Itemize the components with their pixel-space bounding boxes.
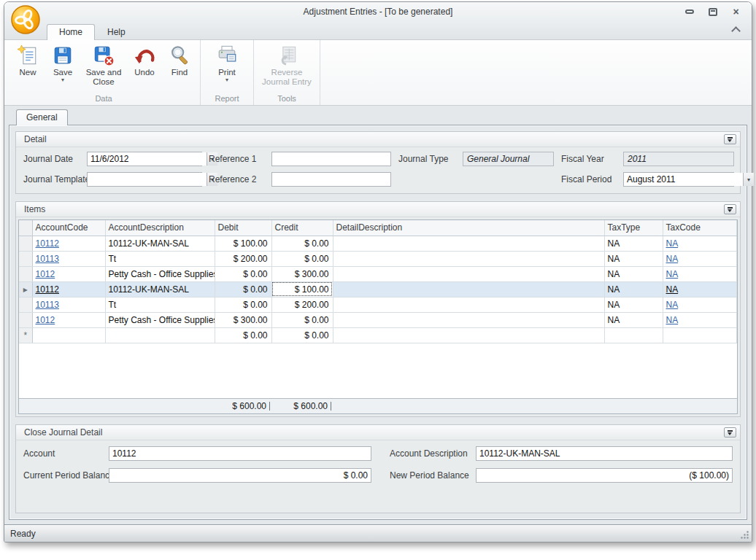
debit-cell[interactable]: $ 0.00 <box>215 281 271 297</box>
ribbon-tab-help[interactable]: Help <box>95 24 138 40</box>
credit-cell[interactable]: $ 0.00 <box>271 312 333 327</box>
tax-type-cell[interactable]: NA <box>604 281 663 297</box>
minimize-button[interactable] <box>684 7 695 16</box>
row-selector[interactable] <box>19 236 32 251</box>
current-row-marker-icon[interactable]: ▸ <box>19 281 32 297</box>
row-selector[interactable] <box>19 312 32 327</box>
col-header-accountcode[interactable]: AccountCode <box>32 220 105 236</box>
fiscal-period-dropdown-button[interactable]: ▾ <box>743 173 754 186</box>
account-description-cell[interactable]: Petty Cash - Office Supplies <box>105 312 215 327</box>
row-selector[interactable] <box>19 297 32 312</box>
print-button[interactable]: Print ▾ <box>204 43 250 84</box>
col-header-accountdescription[interactable]: AccountDescription <box>105 220 215 236</box>
close-button[interactable]: × <box>730 7 741 16</box>
account-description-input[interactable] <box>476 446 733 461</box>
restore-button[interactable] <box>707 7 718 16</box>
tax-type-cell[interactable]: NA <box>604 266 663 281</box>
tax-code-link[interactable]: NA <box>666 269 679 279</box>
journal-date-input[interactable] <box>88 152 207 166</box>
account-description-cell-empty[interactable] <box>105 327 215 343</box>
debit-cell[interactable]: $ 200.00 <box>215 251 271 266</box>
account-description-cell[interactable]: 10112-UK-MAN-SAL <box>105 236 215 251</box>
tax-code-link[interactable]: NA <box>666 300 679 310</box>
tax-type-cell[interactable]: NA <box>604 297 663 312</box>
account-description-cell[interactable]: Petty Cash - Office Supplies <box>105 266 215 281</box>
col-header-detaildescription[interactable]: DetailDescription <box>333 220 604 236</box>
debit-cell[interactable]: $ 100.00 <box>215 236 271 251</box>
table-row[interactable]: 10113 Tt $ 0.00 $ 200.00 NA NA <box>19 297 737 312</box>
detail-description-cell[interactable] <box>333 312 604 327</box>
table-row[interactable]: 10112 10112-UK-MAN-SAL $ 100.00 $ 0.00 N… <box>19 236 737 251</box>
row-selector[interactable] <box>19 266 32 281</box>
detail-description-cell[interactable] <box>333 297 604 312</box>
detail-description-cell[interactable] <box>333 251 604 266</box>
detail-collapse-button[interactable] <box>724 134 736 144</box>
resize-grip[interactable] <box>740 530 749 540</box>
account-code-cell-empty[interactable] <box>32 327 105 343</box>
save-dropdown-arrow-icon[interactable]: ▾ <box>61 78 64 82</box>
credit-cell[interactable]: $ 0.00 <box>271 251 333 266</box>
credit-cell[interactable]: $ 200.00 <box>271 297 333 312</box>
find-button[interactable]: Find <box>162 43 197 79</box>
tax-type-cell[interactable]: NA <box>604 236 663 251</box>
credit-cell[interactable]: $ 0.00 <box>271 236 333 251</box>
debit-cell[interactable]: $ 0.00 <box>215 327 271 343</box>
account-code-link[interactable]: 10112 <box>36 284 59 295</box>
debit-cell[interactable]: $ 0.00 <box>215 266 271 281</box>
reference2-input[interactable] <box>271 172 391 187</box>
col-header-taxcode[interactable]: TaxCode <box>663 220 737 236</box>
account-description-cell[interactable]: Tt <box>105 297 215 312</box>
account-code-link[interactable]: 1012 <box>36 315 55 325</box>
current-period-balance-input[interactable] <box>109 468 371 483</box>
detail-description-cell[interactable] <box>333 236 604 251</box>
new-row-marker-icon[interactable]: * <box>19 327 32 343</box>
tax-code-link[interactable]: NA <box>666 254 679 264</box>
account-code-link[interactable]: 1012 <box>36 269 55 279</box>
col-header-taxtype[interactable]: TaxType <box>604 220 663 236</box>
items-collapse-button[interactable] <box>724 204 736 214</box>
credit-cell-focused[interactable]: $ 100.00 <box>271 281 333 297</box>
table-row-selected[interactable]: ▸ 10112 10112-UK-MAN-SAL $ 0.00 $ 100.00… <box>19 281 737 297</box>
new-period-balance-input[interactable] <box>476 468 733 483</box>
table-row[interactable]: 10113 Tt $ 200.00 $ 0.00 NA NA <box>19 251 737 266</box>
tab-general[interactable]: General <box>16 109 68 125</box>
ribbon-tab-home[interactable]: Home <box>47 24 95 40</box>
new-row[interactable]: * $ 0.00 $ 0.00 <box>19 327 737 343</box>
tax-code-link[interactable]: NA <box>666 284 679 295</box>
account-code-link[interactable]: 10113 <box>36 254 59 264</box>
account-code-link[interactable]: 10112 <box>36 238 59 249</box>
print-dropdown-arrow-icon[interactable]: ▾ <box>225 78 228 82</box>
collapse-ribbon-chevron-icon[interactable] <box>732 27 740 33</box>
detail-description-cell[interactable] <box>333 266 604 281</box>
new-button[interactable]: New <box>10 43 45 79</box>
tax-type-cell[interactable]: NA <box>604 312 663 327</box>
debit-cell[interactable]: $ 300.00 <box>215 312 271 327</box>
col-header-credit[interactable]: Credit <box>271 220 333 236</box>
credit-cell[interactable]: $ 0.00 <box>271 327 333 343</box>
table-row[interactable]: 1012 Petty Cash - Office Supplies $ 0.00… <box>19 266 737 281</box>
tax-type-cell-empty[interactable] <box>604 327 663 343</box>
fiscal-period-input[interactable] <box>624 173 743 186</box>
tax-code-link[interactable]: NA <box>666 315 679 325</box>
reverse-journal-entry-button[interactable]: Reverse Journal Entry <box>257 43 317 88</box>
app-logo-icon[interactable] <box>10 4 41 35</box>
account-code-link[interactable]: 10113 <box>36 300 59 310</box>
row-selector-header[interactable] <box>19 220 32 236</box>
detail-description-cell[interactable] <box>333 281 604 297</box>
debit-cell[interactable]: $ 0.00 <box>215 297 271 312</box>
account-input[interactable] <box>109 446 371 461</box>
account-description-cell[interactable]: 10112-UK-MAN-SAL <box>105 281 215 297</box>
account-description-cell[interactable]: Tt <box>105 251 215 266</box>
reference1-input[interactable] <box>271 152 391 166</box>
detail-description-cell-empty[interactable] <box>333 327 604 343</box>
tax-type-cell[interactable]: NA <box>604 251 663 266</box>
credit-cell[interactable]: $ 300.00 <box>271 266 333 281</box>
save-and-close-button[interactable]: Save and Close <box>80 43 127 88</box>
journal-template-input[interactable] <box>88 173 207 186</box>
table-row[interactable]: 1012 Petty Cash - Office Supplies $ 300.… <box>19 312 737 327</box>
tax-code-cell-empty[interactable] <box>663 327 737 343</box>
col-header-debit[interactable]: Debit <box>215 220 271 236</box>
save-button[interactable]: Save ▾ <box>45 43 80 84</box>
title-bar[interactable]: Adjustment Entries - [To be generated] × <box>4 2 752 22</box>
undo-button[interactable]: Undo <box>127 43 162 79</box>
